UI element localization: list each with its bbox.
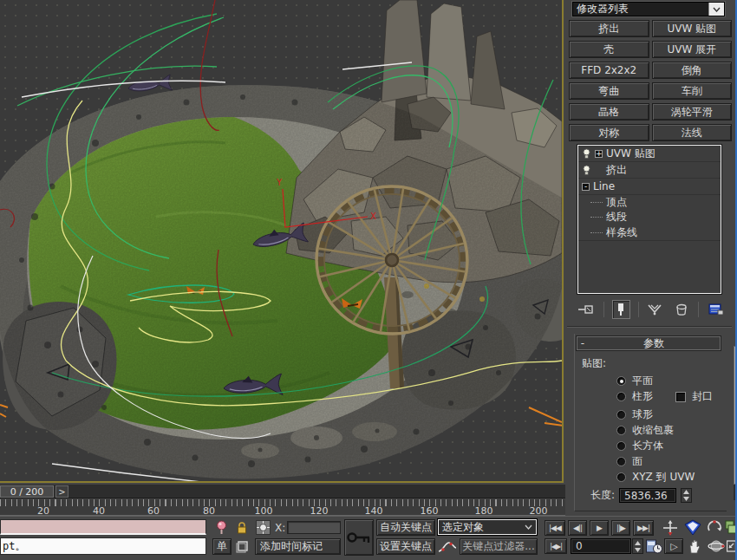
chevron-down-icon (525, 524, 532, 530)
radio-spherical[interactable]: 球形 (616, 407, 653, 422)
maxscript-mini-listener[interactable]: pt。 (0, 537, 206, 555)
radio-icon[interactable] (616, 472, 626, 482)
radio-icon[interactable] (616, 376, 626, 386)
isolate-selection-icon[interactable] (216, 520, 227, 537)
parameters-rollout-header[interactable]: - 参数 (577, 336, 721, 350)
current-frame-field[interactable]: 0 (571, 538, 631, 554)
key-filter-dropdown[interactable]: 选定对象 (438, 519, 537, 535)
remove-modifier-icon[interactable] (672, 300, 690, 319)
modifier-button-symmetry[interactable]: 对称 (569, 124, 649, 141)
frame-spinner[interactable] (632, 538, 643, 554)
length-field[interactable]: 5836.36 (619, 488, 676, 503)
selection-lock-icon[interactable] (236, 521, 248, 537)
tree-branch-line (590, 202, 603, 203)
stack-item-extrude[interactable]: 挤出 (578, 162, 721, 179)
key-filters-button[interactable]: 关键点过滤器... (460, 538, 538, 555)
stack-item-label: 挤出 (606, 163, 627, 178)
key-mode-toggle[interactable]: |◀▶| (545, 538, 567, 554)
zoom-extents-icon[interactable] (684, 519, 701, 538)
radio-box[interactable]: 长方体 (616, 439, 663, 453)
stack-item-label: Line (593, 180, 615, 192)
orbit-arrow-icon[interactable] (706, 519, 723, 538)
time-slider-track[interactable]: 0 / 200 > (0, 485, 565, 498)
stack-item-line[interactable]: - Line (578, 179, 721, 195)
radio-icon[interactable] (616, 392, 626, 401)
pan-hand-icon[interactable] (688, 538, 704, 557)
grid-box-icon[interactable] (236, 539, 251, 557)
zoom-region-icon[interactable]: ▷ (664, 538, 683, 554)
auto-key-button[interactable]: 自动关键点 (376, 519, 435, 536)
orbit-icon[interactable] (708, 538, 725, 557)
collapse-icon[interactable]: - (582, 183, 590, 191)
stack-subitem-vertex[interactable]: 顶点 (578, 195, 721, 210)
modifier-button-normal[interactable]: 法线 (652, 124, 733, 141)
add-time-tag-button[interactable]: 添加时间标记 (255, 538, 341, 555)
modifier-button-shell[interactable]: 壳 (569, 41, 649, 58)
track-bar-ruler[interactable]: 20 40 60 80 100 120 140 160 180 200 (0, 499, 565, 516)
show-end-result-icon[interactable] (612, 300, 630, 319)
modifier-button-unwrap-uvw[interactable]: UVW 展开 (652, 41, 733, 58)
time-slider-handle[interactable]: 0 / 200 (0, 485, 54, 498)
radio-icon[interactable] (616, 457, 626, 466)
modifier-button-turbosmooth[interactable]: 涡轮平滑 (652, 103, 733, 120)
zoom-icon[interactable] (662, 520, 678, 538)
modifier-button-lattice[interactable]: 晶格 (569, 103, 649, 120)
radio-shrink-wrap[interactable]: 收缩包裹 (616, 423, 674, 438)
tree-branch-line (590, 232, 603, 233)
checkbox-icon[interactable] (675, 392, 686, 402)
previous-frame-button[interactable]: ◀|| (568, 520, 587, 536)
radio-planar[interactable]: 平面 (616, 374, 653, 388)
cap-checkbox[interactable]: 封口 (675, 389, 713, 404)
configure-modifier-sets-icon[interactable] (707, 300, 725, 319)
stack-item-label: UVW 贴图 (606, 147, 655, 161)
set-keys-button[interactable]: 设置关键点 (376, 538, 435, 555)
pin-stack-icon[interactable] (577, 300, 596, 319)
modifier-button-ffd[interactable]: FFD 2x2x2 (569, 62, 649, 79)
radio-icon[interactable] (616, 441, 626, 451)
radio-xyz-to-uvw[interactable]: XYZ 到 UVW (616, 470, 695, 485)
stack-subitem-spline[interactable]: 样条线 (578, 225, 721, 241)
modifier-button-extrude[interactable]: 挤出 (569, 20, 649, 37)
svg-text:X: X (370, 212, 376, 221)
play-button[interactable]: ▶ (590, 520, 609, 536)
macro-recorder-line[interactable] (0, 519, 206, 535)
divider (603, 302, 604, 317)
modifier-button-grid: 挤出 UVW 贴图 壳 UVW 展开 FFD 2x2x2 倒角 弯曲 车削 晶格… (569, 20, 732, 141)
expand-icon[interactable]: + (595, 150, 603, 158)
default-tangent-icon[interactable] (438, 540, 457, 557)
modifier-button-lathe[interactable]: 车削 (652, 82, 733, 100)
time-configuration-icon[interactable] (646, 538, 662, 557)
chevron-down-icon[interactable] (708, 3, 724, 16)
modifier-list-label: 修改器列表 (573, 2, 629, 16)
modifier-list-dropdown[interactable]: 修改器列表 (572, 2, 725, 16)
absolute-offset-mode-icon[interactable] (256, 520, 271, 537)
go-to-end-button[interactable]: ▶▶| (633, 520, 654, 536)
divider (698, 302, 699, 317)
perspective-viewport[interactable]: Y X (0, 0, 564, 483)
command-panel: 修改器列表 挤出 UVW 贴图 壳 UVW 展开 FFD 2x2x2 倒角 弯曲… (565, 0, 737, 516)
stack-toolbar (577, 299, 725, 320)
radio-face[interactable]: 面 (616, 454, 642, 469)
stack-subitem-segment[interactable]: 线段 (578, 210, 721, 225)
modifier-button-bevel[interactable]: 倒角 (652, 62, 733, 79)
make-unique-icon[interactable] (647, 300, 665, 319)
divider (638, 302, 639, 317)
stack-item-label: 线段 (606, 210, 627, 225)
set-key-button[interactable] (344, 519, 374, 556)
x-coordinate-field[interactable] (287, 521, 341, 534)
radio-icon[interactable] (616, 410, 626, 420)
modifier-button-uvw-map[interactable]: UVW 贴图 (652, 20, 733, 37)
go-to-start-button[interactable]: |◀◀ (545, 520, 565, 536)
length-spinner[interactable] (681, 488, 692, 503)
radio-icon[interactable] (616, 426, 626, 435)
length-row: 长度: 5836.36 (590, 488, 692, 503)
next-frame-button[interactable]: ||▶ (611, 520, 630, 536)
radio-cylindrical[interactable]: 柱形 (616, 389, 653, 404)
collapse-icon[interactable]: - (577, 337, 588, 349)
modifier-button-bend[interactable]: 弯曲 (569, 82, 649, 100)
stack-item-label: 顶点 (606, 195, 627, 210)
visibility-bulb-icon[interactable] (582, 165, 591, 176)
next-frame-button[interactable]: > (55, 485, 68, 498)
stack-item-uvw-map[interactable]: + UVW 贴图 (578, 146, 721, 162)
visibility-bulb-icon[interactable] (582, 148, 591, 160)
